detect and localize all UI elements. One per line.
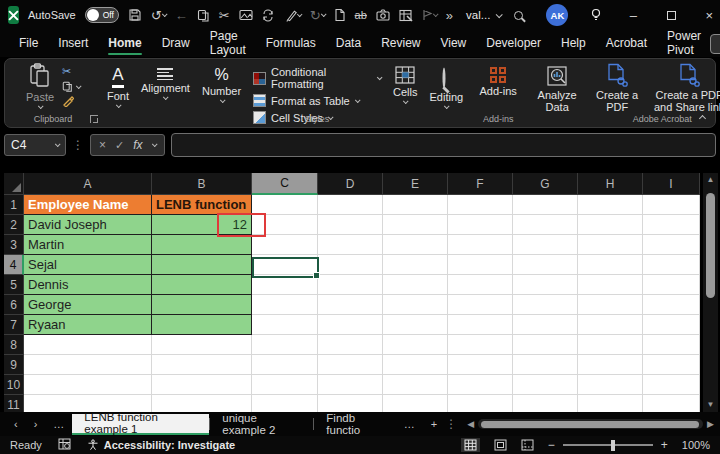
cell-B11[interactable]: [152, 395, 252, 412]
search-icon[interactable]: [510, 7, 526, 23]
cell-B6[interactable]: [152, 295, 252, 315]
cell-C1[interactable]: [252, 195, 318, 215]
cell-A7[interactable]: Ryaan: [24, 315, 152, 335]
column-header-E[interactable]: E: [383, 173, 448, 195]
paste-picture-icon[interactable]: [239, 7, 253, 23]
cell-F3[interactable]: [448, 235, 513, 255]
avatar[interactable]: AK: [546, 4, 568, 26]
cell-D4[interactable]: [318, 255, 383, 275]
cell-H1[interactable]: [578, 195, 643, 215]
clipboard-dialog-launcher-icon[interactable]: [90, 115, 98, 123]
tab-file[interactable]: File: [10, 31, 47, 56]
cell-A11[interactable]: [24, 395, 152, 412]
cells-button[interactable]: Cells: [393, 63, 417, 104]
macro-record-icon[interactable]: [58, 438, 71, 452]
cell-B3[interactable]: [152, 235, 252, 255]
tab-home[interactable]: Home: [99, 31, 150, 56]
play-flag-icon[interactable]: [422, 7, 437, 23]
formula-bar-grip[interactable]: ⋮: [72, 138, 84, 152]
maximize-button[interactable]: [662, 8, 680, 23]
cell-F1[interactable]: [448, 195, 513, 215]
close-button[interactable]: ×: [700, 8, 718, 23]
cell-H7[interactable]: [578, 315, 643, 335]
cell-C7[interactable]: [252, 315, 318, 335]
row-header-3[interactable]: 3: [4, 235, 24, 255]
cell-B5[interactable]: [152, 275, 252, 295]
cell-G5[interactable]: [513, 275, 578, 295]
new-sheet-icon[interactable]: +: [423, 418, 445, 430]
horizontal-scroll-thumb[interactable]: [481, 421, 699, 428]
cell-C5[interactable]: [252, 275, 318, 295]
row-header-10[interactable]: 10: [4, 375, 24, 395]
editing-button[interactable]: Editing: [430, 63, 464, 109]
page-layout-view-icon[interactable]: [494, 439, 507, 451]
tab-view[interactable]: View: [431, 31, 475, 56]
cell-G7[interactable]: [513, 315, 578, 335]
row-header-5[interactable]: 5: [4, 275, 24, 295]
cell-H3[interactable]: [578, 235, 643, 255]
tab-formulas[interactable]: Formulas: [257, 31, 325, 56]
cell-H6[interactable]: [578, 295, 643, 315]
cell-A6[interactable]: George: [24, 295, 152, 315]
sheet-list-icon[interactable]: …: [45, 418, 72, 430]
cell-F11[interactable]: [448, 395, 513, 412]
cell-C9[interactable]: [252, 355, 318, 375]
cell-E8[interactable]: [383, 335, 448, 355]
format-as-table-button[interactable]: Format as Table: [253, 94, 359, 107]
cell-H10[interactable]: [578, 375, 643, 395]
sheet-tab-3[interactable]: Findb functio: [314, 414, 395, 435]
cell-F7[interactable]: [448, 315, 513, 335]
redo-dropdown-icon[interactable]: [320, 11, 326, 17]
cell-D8[interactable]: [318, 335, 383, 355]
alignment-button[interactable]: Alignment: [141, 63, 190, 100]
cell-D2[interactable]: [318, 215, 383, 235]
minimize-button[interactable]: –: [624, 8, 642, 23]
cell-H2[interactable]: [578, 215, 643, 235]
zoom-slider[interactable]: − +: [548, 438, 668, 452]
cell-G6[interactable]: [513, 295, 578, 315]
vertical-scrollbar[interactable]: ▲ ▼: [703, 173, 718, 412]
cell-F4[interactable]: [448, 255, 513, 275]
cell-A10[interactable]: [24, 375, 152, 395]
document-title[interactable]: val...: [466, 9, 501, 21]
tab-draw[interactable]: Draw: [153, 31, 199, 56]
paste-button[interactable]: Paste: [26, 63, 54, 109]
insert-function-icon[interactable]: fx: [133, 138, 142, 152]
cell-C11[interactable]: [252, 395, 318, 412]
cell-I10[interactable]: [643, 375, 700, 395]
row-header-7[interactable]: 7: [4, 315, 24, 335]
cell-B1[interactable]: LENB function: [152, 195, 252, 215]
cell-E6[interactable]: [383, 295, 448, 315]
more-sheets-icon[interactable]: …: [396, 418, 423, 430]
cell-B9[interactable]: [152, 355, 252, 375]
cut-button[interactable]: ✂: [62, 65, 71, 78]
cell-I2[interactable]: [643, 215, 700, 235]
row-header-8[interactable]: 8: [4, 335, 24, 355]
lasso-pen-icon[interactable]: [285, 7, 301, 23]
cell-C10[interactable]: [252, 375, 318, 395]
column-header-B[interactable]: B: [152, 173, 252, 195]
undo-dropdown-icon[interactable]: [162, 11, 168, 17]
cut-icon[interactable]: ✂: [219, 7, 230, 23]
cell-I8[interactable]: [643, 335, 700, 355]
qat-overflow-icon[interactable]: »: [446, 7, 453, 23]
cell-D10[interactable]: [318, 375, 383, 395]
cell-E11[interactable]: [383, 395, 448, 412]
column-header-D[interactable]: D: [318, 173, 383, 195]
addins-button[interactable]: Add-ins: [480, 63, 517, 97]
select-all-corner[interactable]: [4, 173, 24, 195]
cell-F5[interactable]: [448, 275, 513, 295]
save-icon[interactable]: [128, 7, 142, 23]
cell-E7[interactable]: [383, 315, 448, 335]
sheet-tab-2[interactable]: unique example 2: [210, 414, 313, 435]
name-box[interactable]: C4: [4, 134, 66, 156]
cell-B10[interactable]: [152, 375, 252, 395]
cell-B8[interactable]: [152, 335, 252, 355]
create-pdf-button[interactable]: Create a PDF: [595, 63, 639, 113]
cell-F10[interactable]: [448, 375, 513, 395]
tab-review[interactable]: Review: [372, 31, 429, 56]
sheetbar-menu-icon[interactable]: ⋮: [445, 417, 457, 431]
cell-E2[interactable]: [383, 215, 448, 235]
format-painter-button[interactable]: [62, 95, 74, 107]
zoom-in-icon[interactable]: +: [661, 438, 668, 452]
